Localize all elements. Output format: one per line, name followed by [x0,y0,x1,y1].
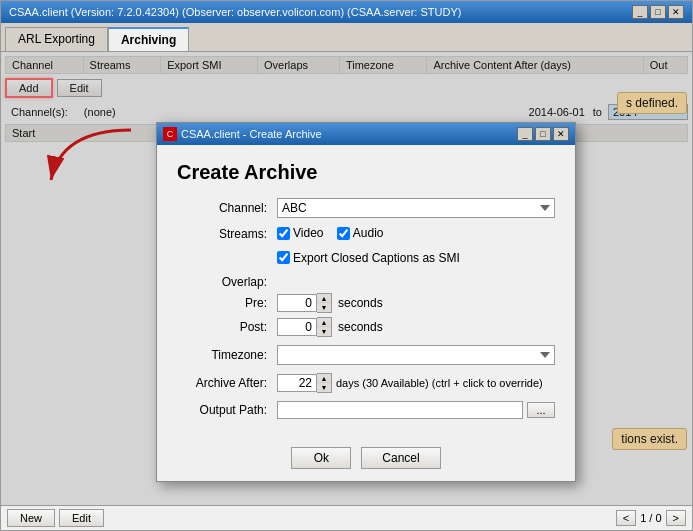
create-archive-dialog: C CSAA.client - Create Archive _ □ ✕ Cre… [156,122,576,482]
channel-select-container: ABC [277,198,555,218]
post-seconds-label: seconds [338,320,383,334]
overlap-main-row: Overlap: [177,275,555,289]
bottom-bar: New Edit < 1 / 0 > [1,505,692,530]
archive-after-control: ▲ ▼ days (30 Available) (ctrl + click to… [277,373,555,393]
pre-seconds-label: seconds [338,296,383,310]
dialog-title-left: C CSAA.client - Create Archive [163,127,322,141]
streams-label: Streams: [177,227,277,241]
post-increment-btn[interactable]: ▲ [317,318,331,327]
smi-checkbox[interactable] [277,251,290,264]
output-path-label: Output Path: [177,403,277,417]
smi-label: Export Closed Captions as SMI [293,251,460,265]
pre-increment-btn[interactable]: ▲ [317,294,331,303]
audio-checkbox-label[interactable]: Audio [337,226,384,240]
timezone-select[interactable] [277,345,555,365]
dialog-title-bar: C CSAA.client - Create Archive _ □ ✕ [157,123,575,145]
video-checkbox-label[interactable]: Video [277,226,323,240]
streams-row: Streams: Video Audio [177,226,555,243]
timezone-control [277,345,555,365]
bottom-buttons: New Edit [7,509,104,527]
title-bar: CSAA.client (Version: 7.2.0.42304) (Obse… [1,1,692,23]
dialog-content: Create Archive Channel: ABC Streams: [157,145,575,439]
audio-label: Audio [353,226,384,240]
post-value-input[interactable] [277,318,317,336]
archive-after-decrement-btn[interactable]: ▼ [317,383,331,392]
post-decrement-btn[interactable]: ▼ [317,327,331,336]
smi-checkbox-label[interactable]: Export Closed Captions as SMI [277,251,460,265]
smi-row: Export Closed Captions as SMI [177,251,555,268]
page-info: 1 / 0 [640,512,661,524]
dialog-maximize-btn[interactable]: □ [535,127,551,141]
channel-select[interactable]: ABC [277,198,555,218]
channel-row: Channel: ABC [177,198,555,218]
dialog-title-btns: _ □ ✕ [517,127,569,141]
cancel-button[interactable]: Cancel [361,447,440,469]
archive-after-row: Archive After: ▲ ▼ days (30 Available) (… [177,373,555,393]
content-area: Channel Streams Export SMI Overlaps Time… [1,52,692,505]
pre-value-input[interactable] [277,294,317,312]
archive-after-spinbox-btns: ▲ ▼ [317,373,332,393]
output-path-control: ... [277,401,555,419]
ok-button[interactable]: Ok [291,447,351,469]
new-button[interactable]: New [7,509,55,527]
channel-label: Channel: [177,201,277,215]
output-path-input[interactable] [277,401,523,419]
dialog-minimize-btn[interactable]: _ [517,127,533,141]
minimize-btn[interactable]: _ [632,5,648,19]
pre-spinbox: ▲ ▼ [277,293,332,313]
dialog-close-btn[interactable]: ✕ [553,127,569,141]
pre-spinbox-btns: ▲ ▼ [317,293,332,313]
pagination: < 1 / 0 > [616,510,686,526]
overlap-main-label: Overlap: [177,275,277,289]
post-spinbox: ▲ ▼ [277,317,332,337]
pre-decrement-btn[interactable]: ▼ [317,303,331,312]
archive-after-spinbox: ▲ ▼ [277,373,332,393]
next-page-btn[interactable]: > [666,510,686,526]
timezone-label: Timezone: [177,348,277,362]
overlap-section: Overlap: Pre: ▲ ▼ seconds [177,275,555,337]
tab-arl-exporting[interactable]: ARL Exporting [5,27,108,51]
post-row: Post: ▲ ▼ seconds [177,317,555,337]
main-window: CSAA.client (Version: 7.2.0.42304) (Obse… [0,0,693,531]
close-btn[interactable]: ✕ [668,5,684,19]
title-bar-text: CSAA.client (Version: 7.2.0.42304) (Obse… [9,6,461,18]
maximize-btn[interactable]: □ [650,5,666,19]
output-path-browse-btn[interactable]: ... [527,402,555,418]
dialog-title-text: CSAA.client - Create Archive [181,128,322,140]
post-spinbox-btns: ▲ ▼ [317,317,332,337]
edit-button-2[interactable]: Edit [59,509,104,527]
pre-row: Pre: ▲ ▼ seconds [177,293,555,313]
dialog-icon: C [163,127,177,141]
streams-control: Video Audio [277,226,555,243]
archive-after-suffix: days (30 Available) (ctrl + click to ove… [336,377,543,389]
title-bar-buttons: _ □ ✕ [632,5,684,19]
smi-control: Export Closed Captions as SMI [277,251,555,268]
video-checkbox[interactable] [277,227,290,240]
video-label: Video [293,226,323,240]
archive-after-label: Archive After: [177,376,277,390]
pre-label: Pre: [177,296,277,310]
prev-page-btn[interactable]: < [616,510,636,526]
output-path-row: Output Path: ... [177,401,555,419]
archive-after-increment-btn[interactable]: ▲ [317,374,331,383]
post-label: Post: [177,320,277,334]
audio-checkbox[interactable] [337,227,350,240]
timezone-row: Timezone: [177,345,555,365]
tab-archiving[interactable]: Archiving [108,27,189,51]
archive-after-input[interactable] [277,374,317,392]
dialog-footer: Ok Cancel [157,439,575,481]
tab-bar: ARL Exporting Archiving [1,23,692,52]
dialog-heading: Create Archive [177,161,555,184]
